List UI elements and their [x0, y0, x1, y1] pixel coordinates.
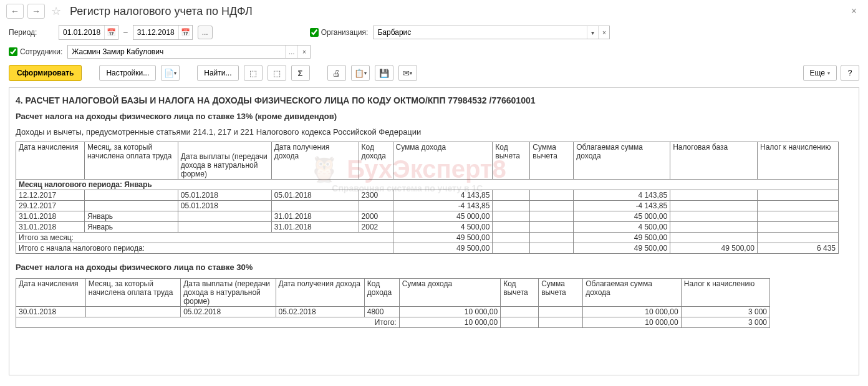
employee-check-input[interactable] [9, 47, 17, 56]
print-icon[interactable]: 🖨 [327, 65, 346, 81]
nav-back-button[interactable]: ← [6, 4, 24, 19]
col-header: Сумма вычета [530, 142, 574, 180]
expand-group-icon[interactable]: ⬚ [244, 65, 263, 81]
date-to-field[interactable] [133, 26, 178, 39]
calendar-icon[interactable]: 📅 [178, 26, 192, 39]
table-30: Дата начисления Месяц, за который начисл… [16, 278, 770, 328]
find-button[interactable]: Найти... [197, 65, 238, 81]
table-header-row: Дата начисления Месяц, за который начисл… [16, 142, 839, 180]
col-header: Код вычета [501, 279, 539, 307]
employee-label: Сотрудники: [20, 47, 62, 56]
report-viewport: 🦉 БухЭксперт8 Справочная система по учет… [9, 87, 859, 375]
table-header-row: Дата начисления Месяц, за который начисл… [16, 279, 770, 307]
col-header: Дата выплаты (передачи дохода в натураль… [181, 279, 276, 307]
date-to-input[interactable]: 📅 [133, 25, 193, 40]
col-header: Дата начисления [16, 279, 86, 307]
table-row: 29.12.201705.01.2018-4 143,85-4 143,85 [16, 201, 839, 211]
col-header: Облагаемая сумма дохода [583, 279, 681, 307]
col-header: Сумма дохода [393, 142, 493, 180]
col-header: Налоговая база [670, 142, 758, 180]
period-label: Период: [9, 28, 54, 37]
period-row: Месяц налогового периода: Январь [16, 180, 839, 190]
date-dash: – [123, 28, 128, 37]
org-clear-icon[interactable]: × [598, 26, 609, 39]
org-field[interactable] [374, 26, 587, 39]
section-4-title: 4. РАСЧЕТ НАЛОГОВОЙ БАЗЫ И НАЛОГА НА ДОХ… [16, 95, 852, 105]
close-button[interactable]: × [846, 6, 862, 17]
generate-button[interactable]: Сформировать [9, 65, 82, 81]
help-button[interactable]: ? [841, 65, 859, 81]
table-row: 31.01.2018Январь31.01.201820024 500,004 … [16, 222, 839, 233]
date-from-field[interactable] [59, 26, 104, 39]
favorite-star-icon[interactable]: ☆ [51, 4, 61, 18]
col-header: Облагаемая сумма дохода [574, 142, 670, 180]
report-scroll[interactable]: 4. РАСЧЕТ НАЛОГОВОЙ БАЗЫ И НАЛОГА НА ДОХ… [9, 88, 859, 375]
collapse-group-icon[interactable]: ⬚ [268, 65, 286, 81]
subtitle-13: Расчет налога на доходы физического лица… [16, 112, 852, 121]
subtitle-30: Расчет налога на доходы физического лица… [16, 263, 852, 272]
col-header: Налог к начислению [681, 279, 769, 307]
date-from-input[interactable]: 📅 [59, 25, 118, 40]
sigma-icon[interactable]: Σ [291, 65, 310, 81]
col-header: Сумма вычета [539, 279, 583, 307]
employee-field[interactable] [68, 46, 285, 58]
employee-input[interactable]: … × [67, 45, 311, 59]
table-13: Дата начисления Месяц, за который начисл… [16, 142, 839, 254]
employee-checkbox[interactable]: Сотрудники: [9, 47, 62, 56]
col-header: Дата начисления [16, 142, 85, 180]
description-13: Доходы и вычеты, предусмотренные статьям… [16, 127, 852, 137]
email-icon[interactable]: ✉▾ [398, 65, 417, 81]
col-header: Сумма дохода [399, 279, 501, 307]
page-title: Регистр налогового учета по НДФЛ [70, 5, 253, 18]
total-30-row: Итого: 10 000,00 10 000,00 3 000 [16, 317, 770, 328]
more-button[interactable]: Еще▾ [803, 65, 837, 81]
col-header: Код вычета [493, 142, 530, 180]
col-header: Месяц, за который начислена оплата труда [84, 142, 178, 180]
org-checkbox[interactable]: Организация: [310, 28, 369, 37]
settings-button[interactable]: Настройки... [99, 65, 156, 81]
col-header: Код дохода [364, 279, 399, 307]
employee-select-icon[interactable]: … [285, 46, 297, 58]
calendar-icon[interactable]: 📅 [104, 26, 118, 39]
table-row: 30.01.201805.02.201805.02.2018480010 000… [16, 307, 770, 317]
col-header: Дата получения дохода [276, 279, 364, 307]
org-input[interactable]: ▾ × [373, 26, 610, 39]
org-dropdown-icon[interactable]: ▾ [587, 26, 598, 39]
total-month-row: Итого за месяц: 49 500,00 49 500,00 [16, 233, 839, 243]
period-select-button[interactable]: ... [198, 26, 213, 39]
col-header: Дата выплаты (передачи дохода в натураль… [178, 142, 271, 180]
save-icon[interactable]: 💾 [375, 65, 393, 81]
toolbar-save-variant-icon[interactable]: 📄▾ [161, 65, 180, 81]
col-header: Код дохода [359, 142, 393, 180]
nav-forward-button[interactable]: → [27, 4, 45, 19]
total-period-row: Итого с начала налогового периода: 49 50… [16, 243, 839, 254]
table-row: 12.12.201705.01.201805.01.201823004 143,… [16, 190, 839, 201]
preview-icon[interactable]: 📋▾ [351, 65, 370, 81]
employee-clear-icon[interactable]: × [297, 46, 310, 58]
col-header: Налог к начислению [758, 142, 839, 180]
org-label: Организация: [321, 28, 369, 37]
col-header: Месяц, за который начислена оплата труда [85, 279, 180, 307]
org-check-input[interactable] [310, 28, 319, 37]
table-row: 31.01.2018Январь31.01.2018200045 000,004… [16, 211, 839, 222]
col-header: Дата получения дохода [271, 142, 359, 180]
